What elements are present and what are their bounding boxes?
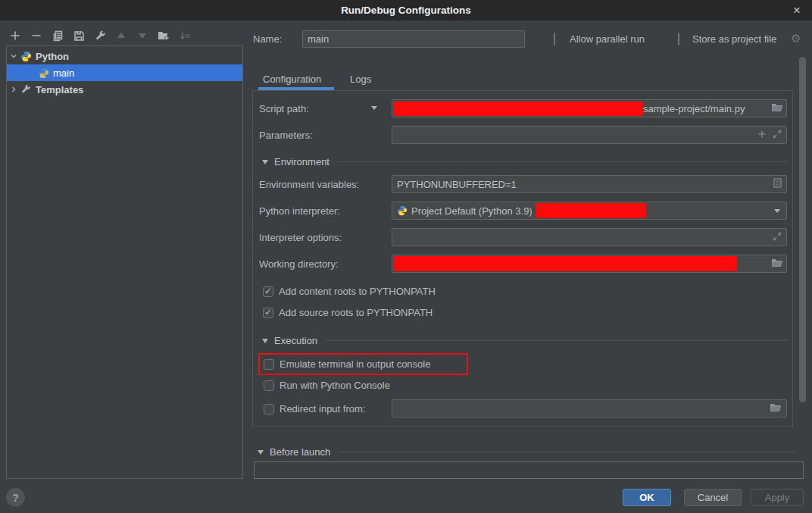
close-icon[interactable]: ×	[788, 0, 806, 20]
allow-parallel-run-checkbox[interactable]	[554, 33, 555, 45]
tree-item-main[interactable]: main	[7, 64, 242, 81]
working-directory-field[interactable]	[392, 255, 787, 273]
copy-icon[interactable]	[52, 30, 64, 42]
emulate-terminal-checkbox[interactable]	[264, 359, 274, 370]
tree-item-label: Templates	[36, 84, 83, 95]
chevron-down-icon[interactable]	[7, 52, 20, 60]
section-rule	[326, 340, 788, 341]
before-launch-task-list[interactable]	[254, 461, 804, 479]
run-with-python-console-row[interactable]: Run with Python Console	[264, 380, 390, 391]
interpreter-options-label: Interpreter options:	[259, 232, 342, 243]
interpreter-options-field[interactable]	[392, 228, 787, 246]
parameters-field-icons	[757, 130, 782, 141]
section-rule	[338, 161, 788, 162]
redaction-block	[394, 256, 737, 271]
add-source-roots-row[interactable]: Add source roots to PYTHONPATH	[263, 307, 433, 318]
script-path-label: Script path:	[259, 103, 309, 114]
environment-variables-field[interactable]: PYTHONUNBUFFERED=1	[392, 175, 787, 193]
redirect-input-label: Redirect input from:	[280, 403, 365, 414]
dialog-titlebar: Run/Debug Configurations ×	[0, 0, 812, 20]
environment-variables-value: PYTHONUNBUFFERED=1	[397, 179, 517, 190]
parameters-label: Parameters:	[259, 130, 313, 141]
ok-button[interactable]: OK	[623, 489, 671, 506]
emulate-terminal-row[interactable]: Emulate terminal in output console	[264, 358, 430, 370]
remove-icon[interactable]	[30, 30, 42, 42]
collapse-triangle-icon[interactable]	[262, 339, 268, 343]
cancel-button[interactable]: Cancel	[684, 489, 742, 506]
folder-icon[interactable]	[771, 102, 783, 114]
script-path-value: sample-project/main.py	[643, 103, 745, 114]
redaction-block	[536, 203, 646, 218]
run-with-python-console-label: Run with Python Console	[280, 380, 390, 391]
insert-macro-plus-icon[interactable]	[757, 130, 767, 141]
name-label: Name:	[253, 33, 282, 45]
emulate-terminal-label: Emulate terminal in output console	[280, 358, 430, 370]
execution-section-header[interactable]: Execution	[262, 335, 788, 346]
chevron-down-icon[interactable]	[774, 209, 780, 213]
run-with-python-console-checkbox[interactable]	[264, 380, 274, 391]
dialog-title: Run/Debug Configurations	[341, 5, 471, 16]
add-icon[interactable]	[9, 30, 21, 42]
working-directory-label: Working directory:	[259, 258, 339, 270]
environment-section-label: Environment	[274, 156, 329, 167]
sort-alphabetically-icon	[179, 30, 191, 42]
new-folder-icon[interactable]	[158, 30, 170, 42]
folder-icon[interactable]	[770, 402, 782, 414]
expand-field-icon[interactable]	[773, 232, 782, 243]
tab-logs[interactable]: Logs	[350, 74, 371, 85]
configurations-tree: Python main Templates	[6, 45, 243, 479]
tree-item-label: main	[53, 67, 74, 79]
python-interpreter-value: Project Default (Python 3.9)	[411, 205, 532, 217]
add-source-roots-label: Add source roots to PYTHONPATH	[279, 307, 433, 318]
tree-item-label: Python	[36, 51, 69, 62]
chevron-right-icon[interactable]	[7, 86, 20, 93]
folder-icon[interactable]	[771, 258, 783, 270]
tab-configuration[interactable]: Configuration	[263, 74, 321, 85]
redirect-input-checkbox[interactable]	[264, 404, 274, 414]
execution-section-label: Execution	[274, 335, 317, 346]
browse-variables-icon[interactable]	[773, 178, 782, 190]
before-launch-label: Before launch	[270, 446, 330, 458]
python-interpreter-label: Python interpreter:	[259, 205, 340, 217]
tree-item-templates[interactable]: Templates	[7, 81, 242, 98]
tree-item-python[interactable]: Python	[7, 48, 242, 64]
gear-icon[interactable]: ⚙	[791, 32, 801, 45]
expand-field-icon[interactable]	[773, 130, 782, 141]
add-source-roots-checkbox[interactable]	[263, 308, 273, 318]
add-content-roots-label: Add content roots to PYTHONPATH	[279, 286, 436, 297]
move-up-icon	[115, 30, 127, 42]
redirect-input-field[interactable]	[392, 399, 787, 418]
script-path-field[interactable]: sample-project/main.py	[392, 99, 787, 117]
edit-templates-wrench-icon[interactable]	[94, 30, 106, 42]
store-as-project-file-checkbox[interactable]	[678, 33, 679, 45]
before-launch-section-header[interactable]: Before launch	[258, 446, 795, 458]
add-content-roots-row[interactable]: Add content roots to PYTHONPATH	[263, 286, 436, 297]
parameters-field[interactable]	[392, 126, 787, 144]
vertical-scrollbar[interactable]	[799, 57, 806, 402]
section-rule	[339, 452, 795, 452]
redaction-block	[394, 102, 643, 116]
help-button[interactable]: ?	[6, 488, 25, 507]
move-down-icon	[136, 30, 148, 42]
collapse-triangle-icon[interactable]	[258, 450, 264, 455]
script-path-dropdown-icon[interactable]	[371, 106, 377, 110]
allow-parallel-run-label[interactable]: Allow parallel run	[570, 33, 645, 45]
python-icon	[38, 67, 49, 79]
environment-section-header[interactable]: Environment	[262, 156, 788, 167]
add-content-roots-checkbox[interactable]	[263, 286, 273, 297]
redirect-input-row[interactable]: Redirect input from:	[264, 403, 365, 414]
collapse-triangle-icon[interactable]	[262, 160, 268, 164]
configurations-toolbar	[9, 28, 191, 43]
python-icon	[397, 205, 408, 216]
python-icon	[20, 51, 32, 62]
store-as-project-file-label[interactable]: Store as project file	[692, 33, 776, 45]
python-interpreter-combobox[interactable]: Project Default (Python 3.9)	[392, 202, 787, 220]
save-icon[interactable]	[73, 30, 85, 42]
apply-button: Apply	[751, 489, 804, 506]
name-input[interactable]	[302, 30, 525, 48]
environment-variables-label: Environment variables:	[259, 179, 359, 190]
wrench-icon	[20, 84, 32, 95]
